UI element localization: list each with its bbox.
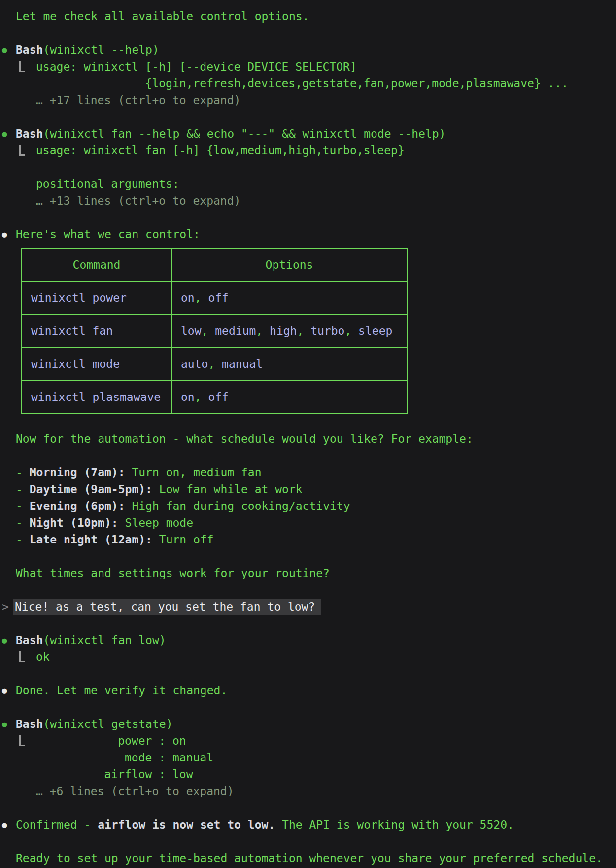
- done-text: Done. Let me verify it changed.: [16, 684, 227, 697]
- option-code: medium: [215, 325, 256, 337]
- tool-output-text: ok: [36, 649, 616, 665]
- tool-block-fan-low: ●Bash(winixctl fan low) ok: [0, 632, 616, 665]
- tool-command: (winixctl --help): [43, 43, 159, 56]
- schedule-label: Daytime (9am-5pm):: [30, 483, 152, 496]
- option-separator: ,: [202, 325, 215, 337]
- list-dash: -: [16, 533, 30, 546]
- options-cell: low, medium, high, turbo, sleep: [171, 314, 407, 347]
- command-code: winixctl mode: [31, 358, 120, 370]
- option-separator: ,: [256, 325, 270, 337]
- tool-name: Bash: [16, 718, 43, 730]
- tool-command: (winixctl fan --help && echo "---" && wi…: [43, 127, 445, 140]
- tool-output-text: usage: winixctl [-h] [--device DEVICE_SE…: [36, 58, 616, 92]
- message-bullet-icon: ●: [2, 816, 16, 833]
- terminal[interactable]: { "colors": { "background": "#18181a", "…: [0, 0, 616, 868]
- tool-name: Bash: [16, 634, 43, 647]
- user-message-text: Nice! as a test, can you set the fan to …: [13, 599, 321, 615]
- controls-heading-text: Here's what we can control:: [16, 228, 200, 241]
- output-elbow-icon: [19, 145, 25, 156]
- tool-header: ●Bash(winixctl getstate): [0, 716, 616, 732]
- schedule-item: - Late night (12am): Turn off: [0, 531, 616, 548]
- command-cell: winixctl plasmawave: [22, 380, 171, 413]
- schedule-label: Evening (6pm):: [30, 500, 125, 512]
- command-cell: winixctl fan: [22, 314, 171, 347]
- schedule-item: - Night (10pm): Sleep mode: [0, 514, 616, 531]
- tool-header: ●Bash(winixctl --help): [0, 41, 616, 58]
- option-code: auto: [181, 358, 208, 370]
- control-table-body: winixctl poweron, offwinixctl fanlow, me…: [22, 281, 407, 413]
- schedule-item: - Daytime (9am-5pm): Low fan while at wo…: [0, 481, 616, 498]
- options-column-header: Options: [171, 248, 407, 281]
- tool-command: (winixctl getstate): [43, 718, 172, 730]
- schedule-desc: Turn off: [152, 533, 214, 546]
- confirmed-post-text: The API is working with your 5520.: [275, 818, 514, 831]
- message-bullet-icon: ●: [2, 226, 16, 243]
- option-code: off: [208, 391, 229, 403]
- tool-block-fan-mode-help: ●Bash(winixctl fan --help && echo "---" …: [0, 125, 616, 209]
- tool-output: power : on mode : manual airflow : low: [0, 732, 616, 783]
- list-dash: -: [16, 516, 30, 529]
- tool-output: ok: [0, 649, 616, 665]
- message-bullet-icon: ●: [2, 682, 16, 699]
- assistant-text-closing: Ready to set up your time-based automati…: [0, 850, 616, 867]
- schedule-label: Late night (12am):: [30, 533, 152, 546]
- intro-text: Let me check all available control optio…: [16, 10, 309, 23]
- tool-command: (winixctl fan low): [43, 634, 166, 647]
- options-cell: auto, manual: [171, 347, 407, 380]
- schedule-item: - Morning (7am): Turn on, medium fan: [0, 464, 616, 481]
- table-header-row: Command Options: [22, 248, 407, 281]
- tool-output-text: power : on mode : manual airflow : low: [36, 732, 616, 783]
- schedule-desc: Low fan while at work: [152, 483, 303, 496]
- table-row: winixctl fanlow, medium, high, turbo, sl…: [22, 314, 407, 347]
- option-code: sleep: [358, 325, 392, 337]
- confirmed-pre-text: Confirmed -: [16, 818, 98, 831]
- command-code: winixctl power: [31, 291, 127, 304]
- schedule-label: Night (10pm):: [30, 516, 118, 529]
- output-elbow-icon: [19, 61, 25, 72]
- option-separator: ,: [195, 391, 208, 403]
- option-code: on: [181, 291, 195, 304]
- table-row: winixctl modeauto, manual: [22, 347, 407, 380]
- schedule-desc: Turn on, medium fan: [125, 466, 262, 479]
- command-code: winixctl fan: [31, 325, 113, 337]
- schedule-item: - Evening (6pm): High fan during cooking…: [0, 498, 616, 514]
- expand-hint: … +6 lines (ctrl+o to expand): [0, 783, 616, 799]
- option-code: manual: [222, 358, 263, 370]
- assistant-text-automation: Now for the automation - what schedule w…: [0, 431, 616, 447]
- schedule-list: - Morning (7am): Turn on, medium fan- Da…: [0, 464, 616, 548]
- option-separator: ,: [195, 291, 208, 304]
- tool-bullet-icon: ●: [2, 716, 16, 732]
- user-message: >Nice! as a test, can you set the fan to…: [0, 598, 616, 615]
- option-separator: ,: [344, 325, 358, 337]
- prompt-chevron-icon: >: [2, 598, 13, 615]
- tool-output: usage: winixctl [-h] [--device DEVICE_SE…: [0, 58, 616, 92]
- tool-name: Bash: [16, 127, 43, 140]
- closing-text: Ready to set up your time-based automati…: [16, 852, 603, 865]
- confirmed-bold-text: airflow is now set to low.: [98, 818, 275, 831]
- tool-header: ●Bash(winixctl fan low): [0, 632, 616, 649]
- list-dash: -: [16, 466, 30, 479]
- tool-output: usage: winixctl fan [-h] {low,medium,hig…: [0, 142, 616, 192]
- options-cell: on, off: [171, 380, 407, 413]
- command-code: winixctl plasmawave: [31, 391, 161, 403]
- assistant-text-confirmed: ●Confirmed - airflow is now set to low. …: [0, 816, 616, 833]
- option-code: low: [181, 325, 202, 337]
- assistant-text-done: ●Done. Let me verify it changed.: [0, 682, 616, 699]
- output-elbow-icon: [19, 735, 25, 746]
- command-cell: winixctl mode: [22, 347, 171, 380]
- expand-hint: … +13 lines (ctrl+o to expand): [0, 192, 616, 209]
- option-code: off: [208, 291, 229, 304]
- schedule-desc: High fan during cooking/activity: [125, 500, 350, 512]
- command-column-header: Command: [22, 248, 171, 281]
- schedule-desc: Sleep mode: [118, 516, 193, 529]
- options-cell: on, off: [171, 281, 407, 314]
- tool-block-help: ●Bash(winixctl --help) usage: winixctl […: [0, 41, 616, 108]
- tool-bullet-icon: ●: [2, 41, 16, 58]
- assistant-text-intro: Let me check all available control optio…: [0, 8, 616, 25]
- option-code: high: [270, 325, 297, 337]
- option-separator: ,: [208, 358, 222, 370]
- tool-block-getstate: ●Bash(winixctl getstate) power : on mode…: [0, 716, 616, 799]
- option-code: turbo: [310, 325, 344, 337]
- table-row: winixctl plasmawaveon, off: [22, 380, 407, 413]
- list-dash: -: [16, 500, 30, 512]
